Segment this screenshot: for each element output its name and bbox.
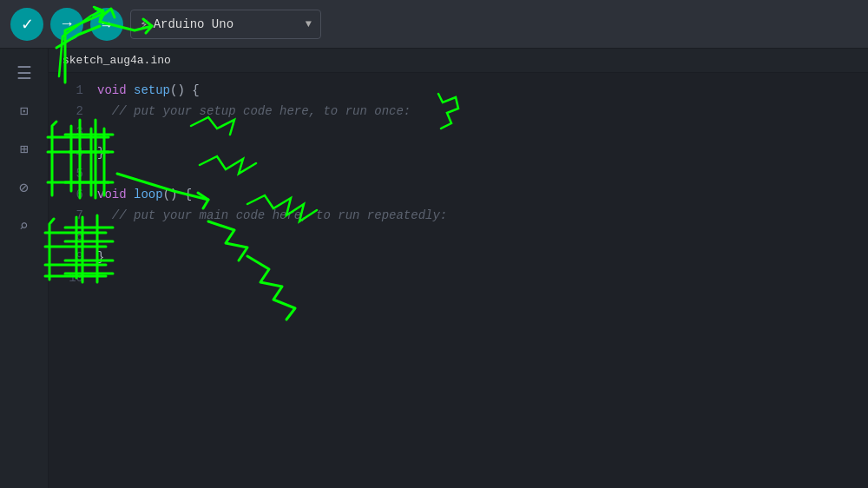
code-line-3 bbox=[97, 122, 861, 142]
sidebar-item-board[interactable]: ⊡ bbox=[7, 94, 42, 129]
code-line-2: // put your setup code here, to run once… bbox=[97, 101, 861, 122]
serial-monitor-icon: ⊞ bbox=[20, 141, 29, 158]
code-content[interactable]: void setup() { // put your setup code he… bbox=[90, 80, 868, 481]
code-line-8 bbox=[97, 226, 861, 247]
line-number: 2 bbox=[56, 101, 83, 122]
line-number: 7 bbox=[56, 205, 83, 226]
code-line-7: // put your main code here, to run repea… bbox=[97, 205, 861, 226]
sidebar-item-search[interactable]: ⌕ bbox=[7, 208, 42, 243]
debug-button[interactable]: ⇒ bbox=[90, 8, 123, 41]
comment-setup: // put your setup code here, to run once… bbox=[97, 101, 411, 122]
code-line-9: } bbox=[97, 247, 861, 267]
code-editor[interactable]: 1 2 3 4 5 6 7 8 9 10 void setup() { // p… bbox=[49, 73, 868, 488]
sidebar: ☰ ⊡ ⊞ ⊘ ⌕ bbox=[0, 49, 49, 488]
line-number: 3 bbox=[56, 122, 83, 142]
keyword-loop: loop bbox=[134, 184, 163, 205]
file-tab[interactable]: sketch_aug4a.ino bbox=[49, 49, 868, 73]
upload-icon: → bbox=[59, 15, 75, 33]
usb-icon: ⚡ bbox=[140, 16, 148, 33]
sidebar-item-debug[interactable]: ⊘ bbox=[7, 170, 42, 205]
verify-button[interactable]: ✓ bbox=[10, 8, 43, 41]
line-number: 6 bbox=[56, 184, 83, 205]
line-number: 1 bbox=[56, 80, 83, 101]
board-name: Arduino Uno bbox=[154, 17, 300, 31]
keyword-void: void bbox=[97, 80, 134, 101]
code-line-1: void setup() { bbox=[97, 80, 861, 101]
toolbar: ✓ → ⇒ ⚡ Arduino Uno ▼ bbox=[0, 0, 868, 49]
menu-icon: ☰ bbox=[16, 63, 32, 84]
file-tab-name: sketch_aug4a.ino bbox=[62, 54, 171, 67]
editor-area: sketch_aug4a.ino 1 2 3 4 5 6 7 8 9 10 vo… bbox=[49, 49, 868, 488]
sidebar-item-serial-monitor[interactable]: ⊞ bbox=[7, 132, 42, 167]
sidebar-item-menu[interactable]: ☰ bbox=[7, 56, 42, 90]
line-number: 8 bbox=[56, 226, 83, 247]
punctuation-2: () { bbox=[163, 184, 193, 205]
keyword-void-2: void bbox=[97, 184, 134, 205]
line-number: 5 bbox=[56, 163, 83, 184]
board-selector[interactable]: ⚡ Arduino Uno ▼ bbox=[130, 10, 321, 39]
code-line-6: void loop() { bbox=[97, 184, 861, 205]
closing-brace-2: } bbox=[97, 247, 104, 267]
main-area: ☰ ⊡ ⊞ ⊘ ⌕ sketch_aug4a.ino 1 2 3 4 5 bbox=[0, 49, 868, 488]
search-icon: ⌕ bbox=[19, 216, 29, 235]
verify-icon: ✓ bbox=[21, 15, 34, 34]
upload-button[interactable]: → bbox=[50, 8, 83, 41]
line-numbers: 1 2 3 4 5 6 7 8 9 10 bbox=[49, 80, 90, 481]
code-line-10 bbox=[97, 267, 861, 288]
comment-loop: // put your main code here, to run repea… bbox=[97, 205, 447, 226]
line-number: 4 bbox=[56, 142, 83, 163]
debug-icon: ⇒ bbox=[102, 17, 112, 31]
keyword-setup: setup bbox=[134, 80, 170, 101]
closing-brace: } bbox=[97, 142, 104, 163]
line-number: 9 bbox=[56, 247, 83, 267]
line-number: 10 bbox=[56, 267, 83, 288]
chevron-down-icon: ▼ bbox=[306, 18, 312, 30]
code-line-5 bbox=[97, 163, 861, 184]
debug-sidebar-icon: ⊘ bbox=[19, 178, 29, 197]
board-icon: ⊡ bbox=[20, 102, 29, 120]
code-line-4: } bbox=[97, 142, 861, 163]
punctuation: () { bbox=[170, 80, 200, 101]
